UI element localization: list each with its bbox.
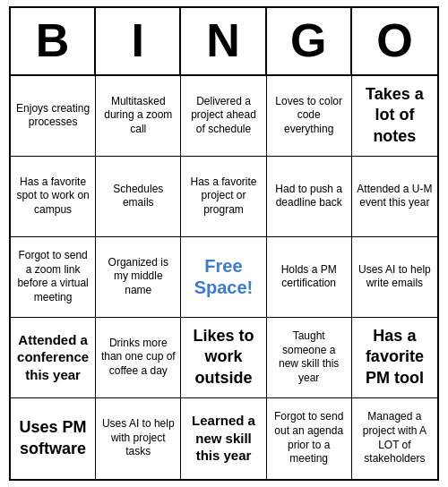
bingo-letter-g: G	[267, 8, 352, 73]
bingo-cell-8[interactable]: Had to push a deadline back	[267, 157, 352, 237]
bingo-cell-22[interactable]: Learned a new skill this year	[181, 398, 266, 479]
bingo-cell-15[interactable]: Attended a conference this year	[11, 318, 96, 398]
bingo-cell-21[interactable]: Uses AI to help with project tasks	[96, 398, 181, 479]
bingo-cell-19[interactable]: Has a favorite PM tool	[352, 318, 437, 398]
bingo-cell-4[interactable]: Takes a lot of notes	[352, 76, 437, 157]
bingo-letter-n: N	[181, 8, 266, 73]
bingo-cell-16[interactable]: Drinks more than one cup of coffee a day	[96, 318, 181, 398]
bingo-cell-10[interactable]: Forgot to send a zoom link before a virt…	[11, 237, 96, 318]
bingo-cell-17[interactable]: Likes to work outside	[181, 318, 266, 398]
bingo-header: BINGO	[11, 8, 437, 75]
bingo-cell-12[interactable]: Free Space!	[181, 237, 266, 318]
bingo-grid: Enjoys creating processesMultitasked dur…	[11, 76, 437, 479]
bingo-cell-0[interactable]: Enjoys creating processes	[11, 76, 96, 157]
bingo-cell-9[interactable]: Attended a U-M event this year	[352, 157, 437, 237]
bingo-cell-5[interactable]: Has a favorite spot to work on campus	[11, 157, 96, 237]
bingo-cell-11[interactable]: Organized is my middle name	[96, 237, 181, 318]
bingo-cell-3[interactable]: Loves to color code everything	[267, 76, 352, 157]
bingo-letter-i: I	[96, 8, 181, 73]
bingo-card: BINGO Enjoys creating processesMultitask…	[9, 6, 439, 480]
bingo-cell-13[interactable]: Holds a PM certification	[267, 237, 352, 318]
bingo-cell-6[interactable]: Schedules emails	[96, 157, 181, 237]
bingo-letter-o: O	[352, 8, 437, 73]
bingo-cell-1[interactable]: Multitasked during a zoom call	[96, 76, 181, 157]
bingo-cell-24[interactable]: Managed a project with A LOT of stakehol…	[352, 398, 437, 479]
bingo-letter-b: B	[11, 8, 96, 73]
bingo-cell-18[interactable]: Taught someone a new skill this year	[267, 318, 352, 398]
bingo-cell-7[interactable]: Has a favorite project or program	[181, 157, 266, 237]
bingo-cell-2[interactable]: Delivered a project ahead of schedule	[181, 76, 266, 157]
bingo-cell-20[interactable]: Uses PM software	[11, 398, 96, 479]
bingo-cell-14[interactable]: Uses AI to help write emails	[352, 237, 437, 318]
bingo-cell-23[interactable]: Forgot to send out an agenda prior to a …	[267, 398, 352, 479]
